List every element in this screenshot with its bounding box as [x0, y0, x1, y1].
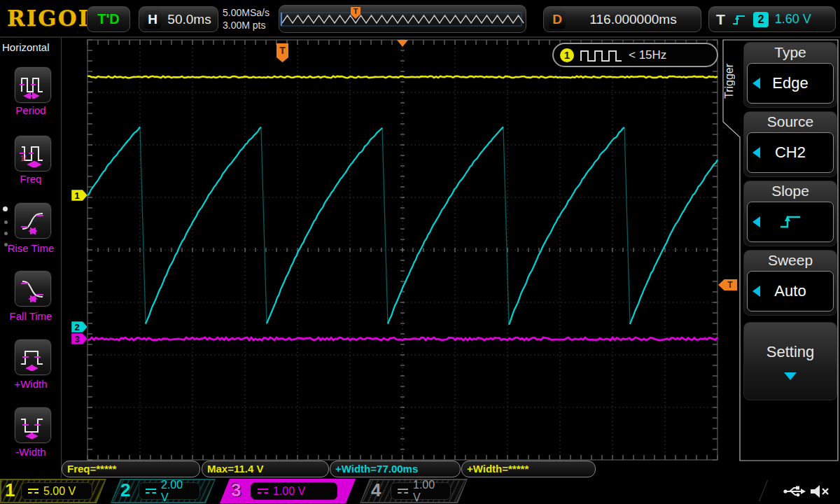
trigger-status-text: T'D	[97, 11, 119, 27]
source-header: Source	[744, 112, 836, 132]
left-arrow-icon	[752, 78, 760, 89]
sweep-value: Auto	[774, 282, 806, 300]
dc-coupling-icon	[398, 489, 408, 493]
channel-ref-markers: 123	[71, 190, 88, 344]
sweep-header: Sweep	[744, 251, 836, 270]
left-arrow-icon	[752, 216, 760, 227]
rising-edge-icon	[778, 213, 803, 231]
svg-text:3: 3	[74, 334, 79, 344]
top-status-bar: RIGOL T'D H 50.0ms 5.00MSa/s 3.00M pts T…	[0, 0, 840, 38]
trigger-setting-button[interactable]: Setting	[743, 322, 837, 400]
rising-edge-icon	[732, 13, 747, 26]
preview-waveform	[279, 6, 524, 31]
dc-coupling-icon	[258, 489, 268, 493]
ch1-number: 1	[5, 479, 15, 501]
ch3-scale: 1.00 V	[273, 485, 305, 498]
scope-display: 123	[62, 38, 722, 480]
minus-width-button[interactable]	[14, 407, 52, 444]
t-label: T	[716, 11, 725, 28]
trigger-delay-box[interactable]: D 116.000000ms	[543, 6, 701, 32]
horizontal-measure-menu: Horizontal Period 1/ Freq	[0, 38, 62, 479]
left-arrow-icon	[752, 147, 760, 158]
svg-text:1/: 1/	[20, 155, 27, 162]
timebase-value: 50.0ms	[161, 12, 218, 27]
fall-time-icon	[20, 276, 46, 302]
type-value: Edge	[772, 74, 808, 92]
ch1-scale-box: 5.00 V	[21, 482, 92, 500]
rise-time-button[interactable]	[14, 202, 52, 239]
ch1-scale: 5.00 V	[43, 485, 76, 498]
minus-width-icon	[20, 412, 46, 439]
trigger-source-button[interactable]: Source CH2	[743, 111, 837, 177]
source-value: CH2	[775, 144, 806, 162]
ch4-scale-box: 1.00 V	[391, 482, 451, 500]
svg-text:1: 1	[74, 190, 79, 201]
channel-status-bar: 1 5.00 V 2 2.00 V 3 1.00 V 4	[0, 478, 840, 504]
ch4-scale: 1.00 V	[413, 479, 444, 504]
h-label: H	[144, 10, 161, 29]
period-button[interactable]	[14, 66, 52, 104]
graticule-grid	[88, 40, 718, 460]
plus-width-icon	[20, 344, 46, 371]
ch3-scale-box: 1.00 V	[251, 482, 337, 500]
type-header: Type	[744, 43, 836, 62]
sample-rate: 5.00MSa/s	[223, 6, 277, 19]
oscilloscope-screen: RIGOL T'D H 50.0ms 5.00MSa/s 3.00M pts T…	[0, 0, 840, 504]
period-label: Period	[0, 104, 62, 116]
memory-depth: 3.00M pts	[223, 19, 277, 31]
trigger-slope-button[interactable]: Slope	[743, 181, 837, 246]
trigger-tab: Trigger	[723, 49, 737, 113]
ch2-scale-box: 2.00 V	[139, 482, 200, 500]
menu-page-dot	[4, 220, 8, 224]
freq-button[interactable]: 1/	[14, 135, 52, 172]
freq-icon: 1/	[20, 141, 46, 167]
ch4-number: 4	[371, 479, 381, 501]
plus-width-button[interactable]	[14, 339, 52, 376]
trigger-info-box[interactable]: T 2 1.60 V	[708, 6, 836, 32]
fall-time-button[interactable]	[14, 270, 52, 307]
dc-coupling-icon	[146, 489, 156, 493]
rise-time-label: Rise Time	[0, 242, 62, 254]
measurement-freq: Freq=*****	[62, 461, 200, 477]
minus-width-label: -Width	[0, 446, 62, 458]
horizontal-center-marker	[397, 40, 408, 47]
square-wave-icon	[580, 48, 623, 63]
left-menu-title: Horizontal	[2, 41, 50, 53]
slope-header: Slope	[744, 181, 836, 201]
ch3-number: 3	[231, 479, 241, 501]
delay-value: 116.000000ms	[566, 12, 701, 27]
waveform-preview-strip	[279, 5, 526, 33]
ch2-number: 2	[120, 479, 130, 501]
dc-coupling-icon	[28, 489, 38, 493]
ch2-scale: 2.00 V	[161, 479, 193, 504]
freq-label: Freq	[0, 173, 62, 185]
period-icon	[20, 72, 46, 99]
left-arrow-icon	[752, 286, 760, 297]
usb-icon	[783, 483, 806, 500]
plus-width-label: +Width	[0, 378, 62, 390]
trigger-type-button[interactable]: Type Edge	[743, 42, 837, 108]
menu-page-dot	[4, 232, 8, 235]
measurement-max: Max=11.4 V	[202, 461, 329, 477]
measurement-pwidth2: +Width=*****	[461, 461, 596, 477]
fall-time-label: Fall Time	[0, 310, 62, 322]
channel-2-cell[interactable]: 2 2.00 V	[111, 479, 216, 503]
rise-time-icon	[20, 208, 46, 234]
channel-3-cell-selected[interactable]: 3 1.00 V	[220, 479, 356, 503]
menu-page-dot-active	[3, 206, 8, 211]
trigger-level-value: 1.60 V	[775, 12, 811, 27]
counter-value: < 15Hz	[629, 48, 666, 62]
setting-label: Setting	[766, 343, 815, 361]
horizontal-timebase-box[interactable]: H 50.0ms	[139, 6, 218, 32]
trigger-sweep-button[interactable]: Sweep Auto	[743, 250, 837, 316]
menu-page-dot	[4, 243, 8, 246]
speaker-muted-icon	[809, 483, 832, 500]
down-arrow-icon	[784, 372, 797, 380]
rigol-logo: RIGOL	[7, 6, 95, 31]
channel-1-cell[interactable]: 1 5.00 V	[0, 479, 106, 503]
channel-4-cell[interactable]: 4 1.00 V	[360, 479, 468, 503]
measurement-pwidth: +Width=77.00ms	[330, 461, 461, 477]
counter-channel-badge: 1	[560, 48, 574, 62]
trigger-status-indicator: T'D	[87, 6, 130, 32]
statusbar-divider	[759, 480, 768, 501]
